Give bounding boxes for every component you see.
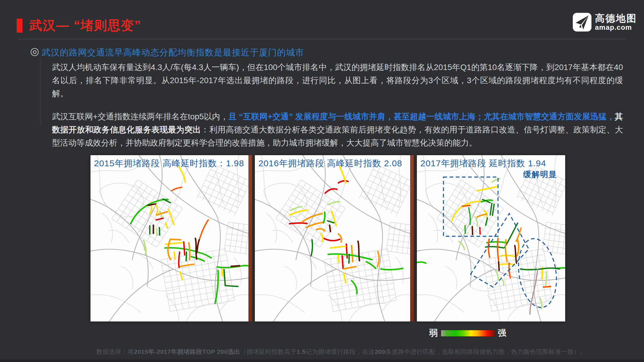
footnote-seg-bold: 2015年-2017年拥堵路段TOP 200选出 [134, 348, 240, 355]
panel-divider-2 [410, 155, 414, 321]
congestion-2015 [131, 166, 248, 303]
slide: { "slide": { "title": "武汉— “堵则思变”", "log… [0, 0, 644, 362]
subtitle-bullet-icon: ◎ [30, 45, 39, 57]
logo-domain-text: amap.com [595, 24, 637, 31]
data-selection-note: 数据选择：将2015年-2017年拥堵路段TOP 200选出（拥堵延时指数高于1… [96, 348, 593, 356]
legend-gradient-bar [441, 330, 494, 336]
footnote-seg: 记为拥堵缓行路段，在这 [306, 348, 375, 355]
footnote-seg: （拥堵延时指数高于 [240, 348, 297, 355]
legend-strong-label: 强 [498, 327, 506, 339]
title-marker [17, 19, 22, 33]
map-2015-title: 2015年拥堵路段 高峰延时指数：1.98 [94, 158, 244, 169]
subtitle: 武汉的路网交通流早高峰动态分配均衡指数是最接近于厦门的城市 [42, 47, 304, 59]
paragraph-2: 武汉互联网+交通指数连续两年排名在top5以内，且 “互联网+交通” 发展程度与… [52, 110, 623, 149]
footnote-seg-bold: 200 [375, 348, 385, 355]
map-2016-svg [255, 155, 410, 321]
footnote-seg-bold: 1.5 [297, 348, 306, 355]
map-2015-svg [90, 155, 248, 321]
map-2017-title: 2017年拥堵路段 延时指数 1.94 [420, 158, 546, 169]
amap-logo: 高德地图 amap.com [573, 13, 637, 32]
left-dotted-guide [40, 58, 41, 125]
logo-brand-text: 高德地图 [595, 13, 637, 24]
footnote-seg: 条道路中进行匹配，选取相同路段做热力图，热力颜色范围标准一致）。 [385, 348, 586, 355]
dashed-rect-annotation [443, 177, 498, 236]
paragraph-1: 武汉人均机动车保有量达到4.3人/车(每4.3人一辆车)，但在100个城市排名中… [52, 61, 623, 100]
legend-weak-label: 弱 [429, 327, 438, 339]
body-text: 武汉人均机动车保有量达到4.3人/车(每4.3人一辆车)，但在100个城市排名中… [52, 61, 623, 149]
paper-plane-icon [573, 13, 591, 32]
dashed-diamond-annotation [471, 214, 529, 287]
map-2015: 2015年拥堵路段 高峰延时指数：1.98 [90, 155, 248, 321]
p2-highlight-blue: 且 “互联网+交通” 发展程度与一线城市并肩，甚至超越一线城市上海；尤其在城市智… [228, 112, 615, 121]
page-title: 武汉— “堵则思变” [29, 17, 141, 34]
relief-label: 缓解明显 [523, 169, 557, 180]
map-2016-title: 2016年拥堵路段 高峰延时指数 2.08 [258, 158, 402, 169]
footnote-seg: 数据选择：将 [96, 348, 134, 355]
map-2017: 2017年拥堵路段 延时指数 1.94 缓解明显 [417, 155, 565, 321]
map-2017-svg [417, 155, 565, 321]
p2-normal-1: 武汉互联网+交通指数连续两年排名在top5以内， [52, 112, 228, 121]
panel-divider-1 [248, 155, 252, 321]
header-divider [18, 39, 625, 39]
heat-legend: 弱 强 [429, 327, 506, 339]
bottom-bar [0, 359, 644, 362]
map-2016: 2016年拥堵路段 高峰延时指数 2.08 [255, 155, 410, 321]
